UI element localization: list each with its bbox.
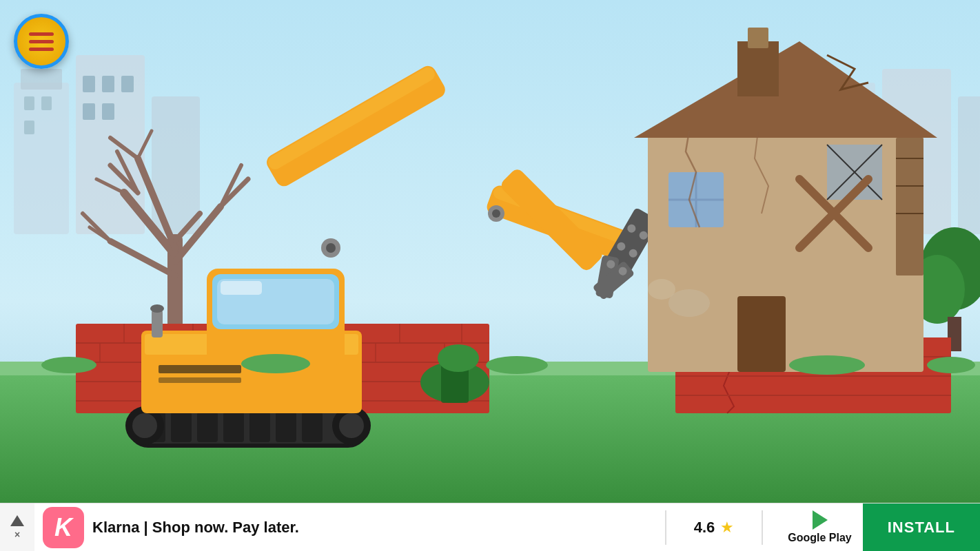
svg-rect-85: [159, 377, 241, 383]
svg-rect-72: [171, 412, 192, 442]
svg-rect-16: [958, 96, 980, 234]
svg-rect-86: [152, 310, 163, 337]
svg-point-93: [326, 243, 336, 253]
ad-rating: 4.6 ★: [694, 519, 735, 537]
ad-banner: × K Klarna | Shop now. Pay later. 4.6 ★ …: [0, 503, 980, 551]
svg-rect-119: [737, 296, 786, 372]
svg-rect-10: [121, 76, 134, 92]
svg-point-131: [789, 355, 865, 375]
svg-rect-74: [223, 412, 244, 442]
ad-close-button[interactable]: ×: [0, 503, 34, 552]
ad-divider: [665, 510, 666, 545]
svg-rect-84: [159, 365, 241, 373]
ad-play-block: Google Play: [788, 510, 851, 544]
svg-rect-5: [24, 96, 34, 110]
svg-point-79: [132, 413, 157, 438]
svg-point-128: [41, 357, 96, 373]
svg-point-95: [492, 209, 500, 218]
ad-divider-2: [762, 510, 763, 545]
ad-title: Klarna | Shop now. Pay later.: [92, 519, 651, 537]
svg-rect-77: [302, 412, 323, 442]
game-area: [0, 0, 980, 503]
svg-point-81: [339, 413, 364, 438]
svg-rect-12: [102, 103, 114, 120]
svg-point-129: [241, 354, 310, 373]
svg-rect-76: [276, 412, 296, 442]
ad-play-icon: [10, 515, 24, 526]
svg-point-126: [668, 289, 710, 317]
svg-rect-70: [134, 410, 362, 444]
svg-rect-9: [102, 76, 114, 92]
svg-rect-111: [737, 41, 779, 96]
game-scene: [0, 0, 980, 503]
menu-button[interactable]: [14, 14, 69, 69]
ad-text-block: Klarna | Shop now. Pay later.: [92, 519, 651, 537]
svg-rect-73: [197, 412, 218, 442]
menu-line-2: [29, 40, 54, 43]
google-play-icon: [813, 510, 828, 530]
install-button[interactable]: INSTALL: [863, 503, 980, 552]
klarna-logo: K: [43, 507, 84, 548]
svg-rect-11: [83, 103, 95, 120]
menu-lines-icon: [29, 32, 54, 51]
svg-point-108: [438, 344, 479, 372]
google-play-label: Google Play: [788, 532, 851, 544]
ad-close-icon: ×: [14, 529, 20, 540]
menu-line-3: [29, 48, 54, 51]
menu-line-1: [29, 32, 54, 36]
svg-rect-91: [221, 281, 262, 295]
svg-rect-2: [21, 69, 62, 90]
svg-rect-7: [24, 121, 34, 134]
svg-rect-75: [249, 412, 270, 442]
svg-rect-6: [41, 96, 52, 110]
svg-point-130: [486, 356, 548, 374]
svg-point-127: [648, 279, 675, 300]
svg-point-87: [150, 304, 164, 313]
svg-point-132: [927, 357, 975, 373]
ad-rating-star: ★: [720, 519, 734, 537]
ad-rating-number: 4.6: [694, 519, 715, 537]
svg-rect-8: [83, 76, 95, 92]
svg-rect-112: [748, 28, 768, 48]
